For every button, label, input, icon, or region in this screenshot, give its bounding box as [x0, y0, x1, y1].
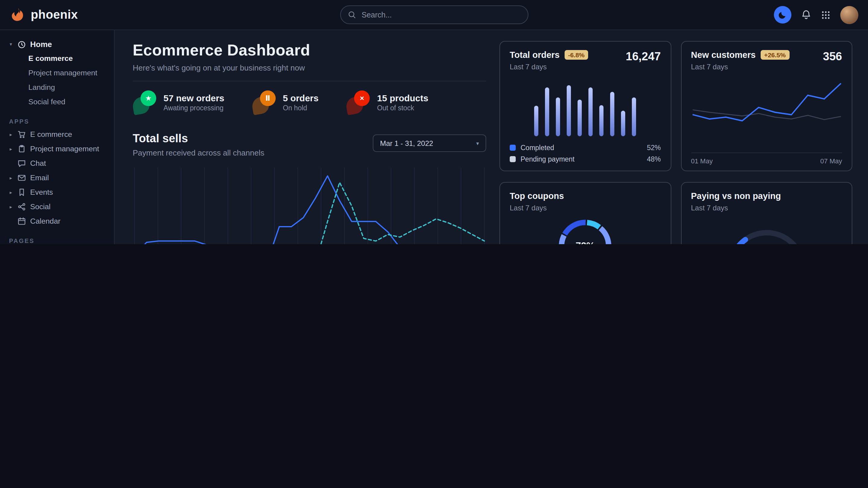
donut-center-value: 72% [554, 215, 617, 244]
sidebar-item-email[interactable]: ▸Email [0, 171, 114, 185]
main-content: Ecommerce Dashboard Here's what's going … [115, 30, 868, 244]
caret-right-icon: ▸ [8, 190, 13, 195]
stat-value: 15 products [377, 93, 428, 103]
date-range-value: Mar 1 - 31, 2022 [380, 139, 433, 148]
sidebar-item-label: Chat [30, 159, 46, 168]
total-orders-card: Total orders -6.8% Last 7 days 16,247 Co… [499, 41, 671, 171]
sidebar-item-project-management[interactable]: Project management [0, 66, 114, 80]
global-search-input[interactable] [361, 10, 520, 20]
quick-stats: ★57 new ordersAwating processingⅡ5 order… [133, 82, 486, 122]
notifications-button[interactable] [801, 10, 811, 20]
share-icon [18, 202, 26, 211]
global-search[interactable] [340, 5, 528, 24]
card-value: 16,247 [626, 50, 661, 63]
card-title: Total orders [510, 50, 559, 60]
brand-name: phoenix [31, 8, 78, 22]
moon-icon [778, 10, 787, 19]
sidebar-home-label: Home [30, 40, 52, 49]
apps-grid-button[interactable] [821, 10, 831, 20]
sidebar: ▾HomeE commerceProject managementLanding… [0, 30, 115, 244]
search-icon [348, 11, 355, 19]
legend-label: Completed [521, 144, 554, 151]
chevron-down-icon: ▾ [476, 140, 479, 146]
pause-icon: Ⅱ [252, 90, 276, 114]
caret-right-icon: ▸ [8, 204, 13, 209]
stat-value: 5 orders [283, 93, 318, 103]
clipboard-icon [18, 145, 26, 153]
card-period: Last 7 days [691, 63, 842, 71]
clock-icon [18, 40, 26, 48]
legend-item: Completed52% [510, 142, 661, 153]
orders-bar-chart [510, 78, 661, 136]
card-value: 356 [823, 50, 842, 63]
sidebar-item-label: Email [30, 174, 49, 182]
card-title: New customers [691, 50, 755, 60]
stat-caption: On hold [283, 104, 318, 111]
date-range-select[interactable]: Mar 1 - 31, 2022 ▾ [373, 134, 486, 152]
paying-gauge-chart [721, 222, 812, 244]
stat-value: 57 new orders [163, 93, 224, 103]
card-period: Last 7 days [691, 204, 842, 212]
sidebar-item-calendar[interactable]: Calendar [0, 214, 114, 228]
sidebar-item-home[interactable]: ▾Home [0, 36, 114, 51]
navbar-actions [774, 6, 858, 24]
grid-icon [821, 10, 831, 20]
sidebar-home-children: E commerceProject managementLandingSocia… [0, 51, 114, 109]
brand[interactable]: phoenix [10, 7, 78, 23]
star-icon: ★ [133, 90, 157, 114]
orders-legend: Completed52%Pending payment48% [510, 142, 661, 165]
stat-item: ★57 new ordersAwating processing [133, 90, 224, 114]
cross-icon: × [346, 90, 370, 114]
sidebar-item-label: Project management [30, 145, 99, 153]
dashboard-top-section: Ecommerce Dashboard Here's what's going … [133, 30, 852, 244]
new-customers-x-axis: 01 May 07 May [691, 153, 842, 165]
caret-right-icon: ▸ [8, 146, 13, 152]
stat-caption: Out of stock [377, 104, 428, 111]
trend-badge: -6.8% [564, 50, 588, 60]
caret-right-icon: ▸ [8, 175, 13, 181]
phoenix-logo-icon [10, 7, 26, 23]
legend-swatch [510, 144, 516, 151]
sidebar-item-events[interactable]: ▸Events [0, 185, 114, 199]
sidebar-item-label: Social [30, 202, 51, 211]
dashboard-left-column: Ecommerce Dashboard Here's what's going … [133, 41, 486, 244]
sidebar-item-e-commerce[interactable]: E commerce [0, 51, 114, 66]
x-tick: 01 May [691, 157, 713, 165]
app-root: phoenix [0, 0, 868, 244]
legend-value: 52% [647, 144, 661, 151]
coupons-donut-chart: 72% [554, 215, 617, 244]
theme-toggle-button[interactable] [774, 6, 792, 24]
page-subtitle: Here's what's going on at your business … [133, 63, 486, 72]
card-period: Last 7 days [510, 204, 661, 212]
sidebar-item-social-feed[interactable]: Social feed [0, 95, 114, 109]
sidebar-section-title: APPS [9, 118, 114, 125]
total-sells-header: Total sells Payment received across all … [133, 132, 486, 157]
new-customers-chart [691, 76, 842, 143]
page-title: Ecommerce Dashboard [133, 41, 486, 60]
sidebar-item-e-commerce[interactable]: ▸E commerce [0, 127, 114, 142]
sidebar-item-project-management[interactable]: ▸Project management [0, 142, 114, 156]
legend-label: Pending payment [521, 155, 575, 162]
page-layout: ▾HomeE commerceProject managementLanding… [0, 30, 868, 244]
legend-item: Pending payment48% [510, 153, 661, 165]
bell-icon [801, 10, 811, 20]
sidebar-nav: ▾HomeE commerceProject managementLanding… [0, 30, 114, 244]
calendar-icon [18, 217, 26, 225]
top-coupons-card: Top coupons Last 7 days 72% Percentage d… [499, 182, 671, 244]
cart-icon [18, 130, 26, 139]
x-tick: 07 May [820, 157, 842, 165]
sidebar-item-label: Calendar [30, 217, 61, 225]
card-title: Top coupons [510, 191, 564, 201]
kpi-cards-grid: Total orders -6.8% Last 7 days 16,247 Co… [499, 41, 852, 244]
user-avatar[interactable] [840, 6, 858, 24]
caret-right-icon: ▸ [8, 132, 13, 137]
sidebar-section-title: PAGES [9, 237, 114, 244]
legend-swatch [510, 156, 516, 162]
chat-icon [18, 159, 26, 168]
card-period: Last 7 days [510, 63, 661, 71]
sidebar-item-social[interactable]: ▸Social [0, 199, 114, 214]
card-title: Paying vs non paying [691, 191, 781, 201]
stat-item: ×15 productsOut of stock [346, 90, 428, 114]
sidebar-item-landing[interactable]: Landing [0, 80, 114, 95]
sidebar-item-chat[interactable]: Chat [0, 156, 114, 171]
